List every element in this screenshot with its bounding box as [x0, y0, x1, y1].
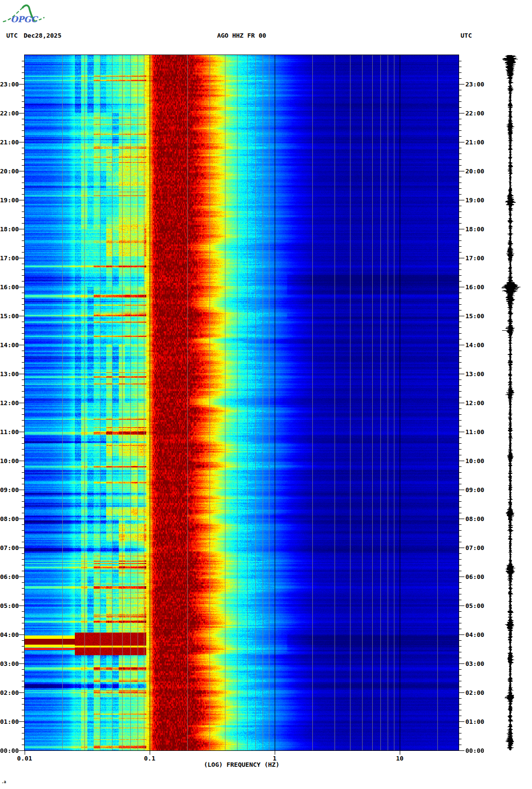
y-major-tick-right	[459, 403, 464, 403]
y-major-tick-left	[19, 606, 25, 606]
time-label-left: 09:00	[0, 487, 19, 493]
y-minor-tick-left	[22, 391, 25, 392]
y-major-tick-right	[459, 663, 464, 664]
y-major-tick-right	[459, 258, 464, 258]
time-label-left: 05:00	[0, 603, 19, 609]
y-major-tick-right	[459, 229, 464, 229]
y-major-tick-right	[459, 577, 464, 577]
time-label-left: 07:00	[0, 545, 19, 551]
y-minor-tick-right	[459, 90, 462, 90]
y-major-tick-left	[19, 200, 25, 200]
y-minor-tick-left	[22, 148, 25, 148]
time-label-left: 02:00	[0, 690, 19, 696]
y-major-tick-left	[19, 84, 25, 85]
y-minor-tick-left	[22, 449, 25, 450]
time-label-left: 19:00	[0, 197, 19, 203]
x-tick	[25, 751, 25, 755]
y-major-tick-right	[459, 316, 464, 316]
y-minor-tick-left	[22, 281, 25, 282]
y-minor-tick-left	[22, 530, 25, 531]
time-label-right: 02:00	[465, 690, 484, 696]
y-major-tick-right	[459, 374, 464, 374]
y-major-tick-right	[459, 750, 464, 751]
y-minor-tick-left	[22, 443, 25, 444]
y-minor-tick-left	[22, 687, 25, 687]
y-minor-tick-right	[459, 727, 462, 728]
y-minor-tick-left	[22, 304, 25, 305]
time-label-right: 01:00	[465, 719, 484, 725]
y-minor-tick-right	[459, 264, 462, 264]
spectrogram-canvas	[25, 55, 459, 750]
y-minor-tick-left	[22, 704, 25, 704]
time-label-right: 05:00	[465, 603, 484, 609]
y-minor-tick-left	[22, 710, 25, 710]
y-minor-tick-left	[22, 571, 25, 571]
y-minor-tick-right	[459, 101, 462, 102]
y-minor-tick-left	[22, 437, 25, 438]
y-minor-tick-right	[459, 588, 462, 589]
y-minor-tick-right	[459, 177, 462, 177]
y-minor-tick-right	[459, 611, 462, 612]
y-major-tick-left	[19, 316, 25, 316]
y-major-tick-left	[19, 142, 25, 142]
y-major-tick-left	[19, 692, 25, 693]
y-minor-tick-right	[459, 159, 462, 160]
y-minor-tick-left	[22, 745, 25, 745]
y-minor-tick-left	[22, 716, 25, 716]
y-minor-tick-right	[459, 397, 462, 397]
time-label-left: 12:00	[0, 400, 19, 406]
time-label-left: 06:00	[0, 574, 19, 580]
y-major-tick-right	[459, 345, 464, 345]
y-minor-tick-right	[459, 600, 462, 600]
y-minor-tick-left	[22, 698, 25, 699]
y-minor-tick-right	[459, 484, 462, 484]
y-major-tick-right	[459, 634, 464, 635]
y-major-tick-left	[19, 258, 25, 258]
y-minor-tick-left	[22, 101, 25, 102]
y-minor-tick-left	[22, 733, 25, 733]
y-minor-tick-left	[22, 327, 25, 328]
y-minor-tick-right	[459, 136, 462, 137]
y-major-tick-left	[19, 548, 25, 548]
y-major-tick-right	[459, 200, 464, 200]
time-label-right: 04:00	[465, 632, 484, 638]
y-minor-tick-right	[459, 333, 462, 334]
time-label-left: 08:00	[0, 516, 19, 522]
y-major-tick-left	[19, 461, 25, 461]
y-minor-tick-right	[459, 646, 462, 647]
y-minor-tick-right	[459, 183, 462, 183]
time-label-right: 12:00	[465, 400, 484, 406]
corner-mark: .a	[1, 780, 6, 784]
y-minor-tick-left	[22, 275, 25, 276]
time-label-right: 22:00	[465, 110, 484, 116]
y-minor-tick-right	[459, 623, 462, 623]
y-minor-tick-left	[22, 675, 25, 676]
y-minor-tick-right	[459, 240, 462, 241]
y-minor-tick-right	[459, 252, 462, 253]
y-minor-tick-left	[22, 507, 25, 507]
y-minor-tick-right	[459, 704, 462, 704]
y-minor-tick-left	[22, 681, 25, 681]
y-minor-tick-right	[459, 119, 462, 119]
y-minor-tick-right	[459, 629, 462, 629]
y-minor-tick-left	[22, 125, 25, 125]
y-minor-tick-left	[22, 513, 25, 513]
time-label-left: 22:00	[0, 110, 19, 116]
y-minor-tick-right	[459, 293, 462, 293]
y-minor-tick-right	[459, 739, 462, 739]
y-minor-tick-left	[22, 553, 25, 554]
y-minor-tick-left	[22, 298, 25, 299]
y-minor-tick-right	[459, 617, 462, 618]
y-major-tick-left	[19, 634, 25, 635]
y-minor-tick-right	[459, 281, 462, 282]
y-minor-tick-right	[459, 368, 462, 368]
y-major-tick-right	[459, 519, 464, 519]
time-label-right: 09:00	[465, 487, 484, 493]
time-label-right: 18:00	[465, 226, 484, 232]
y-minor-tick-right	[459, 235, 462, 235]
y-minor-tick-right	[459, 455, 462, 455]
y-major-tick-left	[19, 432, 25, 432]
y-major-tick-right	[459, 171, 464, 171]
y-minor-tick-right	[459, 223, 462, 224]
y-minor-tick-right	[459, 716, 462, 716]
